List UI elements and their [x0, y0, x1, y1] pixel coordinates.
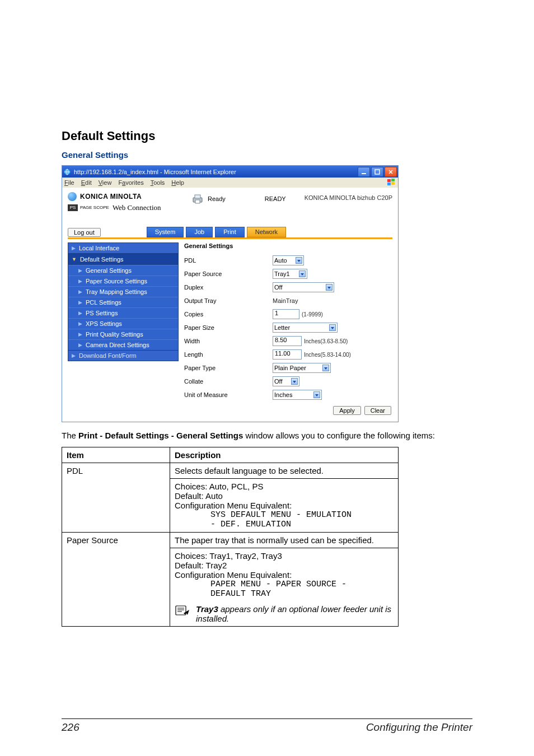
- label-width: Width: [184, 338, 273, 344]
- tab-underline: [68, 237, 392, 239]
- value-output-tray: MainTray: [273, 297, 298, 304]
- tab-job[interactable]: Job: [186, 227, 213, 237]
- table-row: PDL Selects default language to be selec…: [62, 463, 399, 479]
- svg-rect-8: [195, 195, 200, 198]
- sidebar-item-download-font[interactable]: ▶ Download Font/Form: [68, 351, 179, 361]
- screenshot-panel: http://192.168.1.2/a_index.html - Micros…: [62, 165, 399, 422]
- select-collate[interactable]: Off: [273, 376, 299, 386]
- chevron-right-icon: ▶: [78, 342, 82, 348]
- page-heading-default-settings: Default Settings: [62, 129, 472, 143]
- clear-button[interactable]: Clear: [364, 406, 391, 415]
- sidebar-label: Default Settings: [80, 256, 124, 263]
- page-heading-general-settings: General Settings: [62, 150, 472, 160]
- hint-length: Inches(5.83-14.00): [304, 352, 351, 358]
- window-minimize-button[interactable]: [358, 167, 370, 177]
- settings-sidebar: ▶ Local Interface ▼ Default Settings ▶Ge…: [68, 242, 179, 415]
- sidebar-item-pcl-settings[interactable]: ▶PCL Settings: [68, 297, 178, 307]
- intro-paragraph: The Print - Default Settings - General S…: [62, 430, 472, 441]
- sidebar-item-general-settings[interactable]: ▶General Settings: [68, 265, 178, 276]
- window-titlebar: http://192.168.1.2/a_index.html - Micros…: [62, 166, 398, 178]
- apply-button[interactable]: Apply: [333, 406, 361, 415]
- note-icon: [175, 604, 191, 618]
- description-table: Item Description PDL Selects default lan…: [62, 447, 399, 627]
- hint-width: Inches(3.63-8.50): [304, 338, 348, 344]
- tab-network[interactable]: Network: [247, 227, 286, 237]
- label-output-tray: Output Tray: [184, 297, 273, 304]
- note-text: Tray3 appears only if an optional lower …: [196, 604, 394, 623]
- svg-rect-2: [375, 170, 380, 174]
- sidebar-item-xps-settings[interactable]: ▶XPS Settings: [68, 318, 178, 329]
- cell-desc-pdl-2: Choices: Auto, PCL, PS Default: Auto Con…: [170, 479, 399, 533]
- select-value: Auto: [274, 257, 287, 264]
- window-close-button[interactable]: [385, 167, 397, 177]
- svg-rect-3: [387, 179, 391, 182]
- sidebar-item-print-quality[interactable]: ▶Print Quality Settings: [68, 329, 178, 339]
- ie-icon: [63, 168, 71, 176]
- select-value: Off: [274, 284, 282, 291]
- input-copies[interactable]: 1: [273, 309, 299, 319]
- hint-copies: (1-9999): [302, 311, 323, 318]
- window-title: http://192.168.1.2/a_index.html - Micros…: [74, 169, 236, 175]
- sidebar-label: Paper Source Settings: [86, 278, 147, 284]
- sidebar-item-default-settings[interactable]: ▼ Default Settings: [68, 254, 179, 265]
- select-paper-source[interactable]: Tray1: [273, 269, 307, 279]
- table-header-description: Description: [170, 447, 399, 463]
- select-uom[interactable]: Inches: [273, 390, 322, 400]
- menu-file[interactable]: File: [64, 179, 74, 186]
- logout-button[interactable]: Log out: [68, 228, 101, 237]
- sidebar-label: Print Quality Settings: [86, 331, 143, 338]
- table-header-item: Item: [62, 447, 170, 463]
- cell-desc-psrc-2: Choices: Tray1, Tray2, Tray3 Default: Tr…: [170, 548, 399, 627]
- sidebar-label: PS Settings: [86, 310, 118, 316]
- ready-status: READY: [265, 195, 286, 202]
- sidebar-item-camera-direct[interactable]: ▶Camera Direct Settings: [68, 339, 178, 350]
- sidebar-item-tray-mapping[interactable]: ▶Tray Mapping Settings: [68, 286, 178, 297]
- sidebar-item-paper-source[interactable]: ▶Paper Source Settings: [68, 276, 178, 286]
- chevron-down-icon: ▼: [72, 256, 77, 262]
- select-value: Plain Paper: [274, 365, 306, 371]
- select-value: Inches: [274, 391, 292, 398]
- tab-system[interactable]: System: [147, 227, 184, 237]
- chevron-right-icon: ▶: [78, 321, 82, 326]
- chevron-right-icon: ▶: [78, 300, 82, 305]
- menu-favorites[interactable]: Favorites: [118, 179, 143, 186]
- label-copies: Copies: [184, 311, 273, 318]
- chevron-right-icon: ▶: [78, 332, 82, 337]
- sidebar-item-local-interface[interactable]: ▶ Local Interface: [68, 242, 179, 254]
- pagescope-tag: PAGE SCOPE: [80, 206, 109, 210]
- footer-section-title: Configuring the Printer: [366, 721, 472, 734]
- browser-menubar: File Edit View Favorites Tools Help: [62, 178, 398, 188]
- menu-edit[interactable]: Edit: [81, 179, 92, 186]
- cell-item-pdl: PDL: [62, 463, 170, 533]
- select-value: Tray1: [274, 270, 290, 277]
- tab-print[interactable]: Print: [215, 227, 245, 237]
- label-duplex: Duplex: [184, 284, 273, 291]
- sidebar-item-ps-settings[interactable]: ▶PS Settings: [68, 307, 178, 318]
- page-footer: 226 Configuring the Printer: [62, 718, 472, 734]
- menu-view[interactable]: View: [99, 179, 112, 186]
- chevron-right-icon: ▶: [78, 278, 82, 284]
- sidebar-label: Local Interface: [79, 245, 119, 251]
- select-pdl[interactable]: Auto: [273, 255, 304, 265]
- label-uom: Unit of Measure: [184, 391, 273, 398]
- km-logo-icon: [68, 192, 77, 201]
- label-pdl: PDL: [184, 257, 273, 264]
- chevron-right-icon: ▶: [78, 289, 82, 295]
- chevron-right-icon: ▶: [72, 245, 76, 251]
- page-number: 226: [62, 721, 79, 734]
- label-paper-size: Paper Size: [184, 324, 273, 331]
- select-paper-size[interactable]: Letter: [273, 323, 338, 333]
- input-width[interactable]: 8.50: [273, 336, 302, 346]
- select-value: Off: [274, 378, 282, 385]
- label-paper-source: Paper Source: [184, 270, 273, 277]
- menu-help[interactable]: Help: [171, 179, 184, 186]
- select-paper-type[interactable]: Plain Paper: [273, 363, 331, 373]
- window-maximize-button[interactable]: [371, 167, 383, 177]
- select-duplex[interactable]: Off: [273, 282, 334, 292]
- menu-tools[interactable]: Tools: [151, 179, 165, 186]
- svg-rect-5: [387, 183, 391, 185]
- webconnection-label: Web Connection: [113, 203, 161, 212]
- input-length[interactable]: 11.00: [273, 349, 302, 360]
- svg-rect-9: [195, 200, 200, 203]
- svg-rect-4: [391, 179, 395, 181]
